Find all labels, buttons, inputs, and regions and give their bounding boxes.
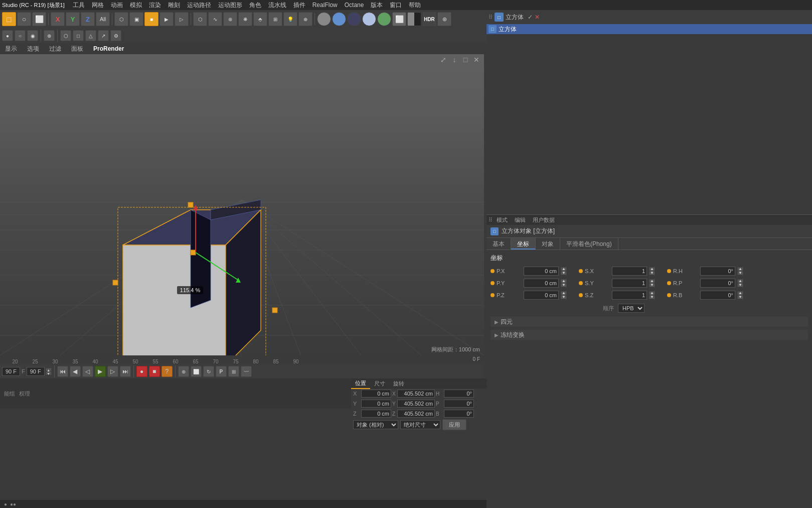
prop-px-value[interactable]	[524, 267, 559, 276]
tab-size[interactable]: 尺寸	[370, 379, 389, 389]
menu-sculpt[interactable]: 雕刻	[165, 1, 183, 10]
prop-pz-spinner[interactable]: ▲ ▼	[561, 291, 567, 299]
transform-z-rot[interactable]	[444, 410, 474, 418]
btn-motion-p[interactable]: P	[216, 366, 227, 377]
tool-render-to[interactable]: ▷	[175, 12, 189, 26]
menu-pipeline[interactable]: 流水线	[265, 1, 289, 10]
menu-render[interactable]: 渲染	[146, 1, 164, 10]
timeline-bar[interactable]: 20 25 30 35 40 45 50 55 60 65 70 75 80 8…	[0, 355, 484, 364]
tab-position[interactable]: 位置	[351, 378, 370, 389]
tool-small-tri[interactable]: △	[85, 30, 96, 41]
tool-small-3[interactable]: ◉	[27, 30, 38, 41]
object-hierarchy[interactable]: □ 立方体	[486, 24, 812, 215]
sequence-dropdown[interactable]: HPB	[618, 304, 644, 313]
btn-play-backward[interactable]: ◁	[82, 366, 93, 377]
tool-x-axis[interactable]: X	[51, 12, 65, 26]
tool-camera-front[interactable]: ▣	[129, 12, 143, 26]
prop-sz-value[interactable]	[612, 291, 647, 300]
tool-small-square[interactable]: □	[73, 30, 84, 41]
menu-mesh[interactable]: 网格	[89, 1, 107, 10]
tool-render-sphere-light[interactable]	[362, 12, 376, 26]
transform-x-rot[interactable]	[444, 390, 474, 398]
prop-rh-value[interactable]	[700, 267, 735, 276]
btn-motion-3[interactable]: ↻	[203, 366, 214, 377]
prop-py-value[interactable]	[524, 279, 559, 288]
prop-rp-value[interactable]	[700, 279, 735, 288]
transform-x-size[interactable]	[397, 390, 435, 398]
viewport-down-icon[interactable]: ↓	[450, 55, 459, 64]
transform-z-pos[interactable]	[361, 410, 391, 418]
menu-motiongraph[interactable]: 运动图形	[215, 1, 245, 10]
tool-render-sphere-blue[interactable]	[332, 12, 346, 26]
prop-rp-spinner[interactable]: ▲ ▼	[737, 279, 743, 287]
menu-tab-options[interactable]: 选项	[25, 44, 41, 54]
btn-record[interactable]: ●	[136, 366, 147, 377]
freeze-header[interactable]: ▶ 冻结变换	[491, 330, 808, 340]
menu-simulate[interactable]: 模拟	[127, 1, 145, 10]
btn-prev-frame[interactable]: ◀	[70, 366, 81, 377]
menu-tab-filter[interactable]: 过滤	[47, 44, 63, 54]
tool-render-extra[interactable]: ⊛	[437, 12, 451, 26]
viewport-close-icon[interactable]: ✕	[472, 55, 481, 64]
viewport-maximize-icon[interactable]: □	[461, 55, 470, 64]
btn-motion-2[interactable]: ⬜	[191, 366, 202, 377]
tool-render-preview[interactable]: ■	[144, 12, 158, 26]
transform-mode-dropdown[interactable]: 对象 (相对)	[353, 420, 398, 429]
btn-keyframe[interactable]: ?	[161, 366, 173, 377]
mode-tab-edit[interactable]: 编辑	[512, 215, 529, 225]
menu-octane[interactable]: Octane	[342, 2, 367, 9]
mode-tab-mode[interactable]: 模式	[494, 215, 511, 225]
tool-z-axis[interactable]: Z	[81, 12, 95, 26]
transform-coord-dropdown[interactable]: 绝对尺寸	[400, 420, 440, 429]
prop-rh-spinner[interactable]: ▲ ▼	[737, 267, 743, 275]
frame-spinners[interactable]: ▲ ▼	[46, 368, 52, 375]
transform-apply-button[interactable]: 应用	[442, 419, 466, 430]
prop-sx-spinner[interactable]: ▲ ▼	[649, 267, 655, 275]
tool-create-polygon[interactable]: ⬡	[193, 12, 207, 26]
tool-camera-perspective[interactable]: ⬡	[114, 12, 128, 26]
mode-tab-userdata[interactable]: 用户数据	[530, 215, 558, 225]
transform-y-rot[interactable]	[444, 400, 474, 408]
prop-py-spinner[interactable]: ▲ ▼	[561, 279, 567, 287]
btn-next-frame[interactable]: ▷	[107, 366, 118, 377]
prop-tab-basic[interactable]: 基本	[486, 238, 511, 249]
frame-current-input[interactable]	[27, 367, 45, 376]
prop-sx-value[interactable]	[612, 267, 647, 276]
tool-small-globe[interactable]: ⊕	[44, 30, 55, 41]
tool-small-gear[interactable]: ⚙	[110, 30, 121, 41]
menu-animate[interactable]: 动画	[108, 1, 126, 10]
prop-tab-phong[interactable]: 平滑着色(Phong)	[560, 238, 618, 249]
tool-render-square[interactable]: ⬜	[392, 12, 406, 26]
tool-render-sphere-grey[interactable]	[317, 12, 331, 26]
tool-deformer[interactable]: ⊕	[298, 12, 312, 26]
menu-tool[interactable]: 工具	[70, 1, 88, 10]
obj-item-cube[interactable]: □ 立方体	[486, 24, 812, 34]
tool-select[interactable]: ⬘	[253, 12, 267, 26]
transform-z-size[interactable]	[397, 410, 435, 418]
tool-render-sphere-green[interactable]	[377, 12, 391, 26]
tool-small-pentagon[interactable]: ⬡	[60, 30, 71, 41]
prop-px-spinner[interactable]: ▲ ▼	[561, 267, 567, 275]
viewport-arrows-icon[interactable]: ⤢	[439, 55, 448, 64]
prop-tab-object[interactable]: 对象	[536, 238, 560, 249]
menu-help[interactable]: 帮助	[406, 1, 424, 10]
tool-lights[interactable]: 💡	[283, 12, 297, 26]
tool-create-nurbs[interactable]: ⊛	[223, 12, 237, 26]
prop-sz-spinner[interactable]: ▲ ▼	[649, 291, 655, 299]
btn-motion-curve[interactable]: 〰	[241, 366, 252, 377]
transform-x-pos[interactable]	[361, 390, 391, 398]
btn-motion-1[interactable]: ⊕	[178, 366, 189, 377]
menu-version[interactable]: 版本	[368, 1, 386, 10]
tool-small-2[interactable]: ○	[15, 30, 26, 41]
btn-play-forward[interactable]: ▶	[95, 366, 106, 377]
menu-tab-display[interactable]: 显示	[3, 44, 19, 54]
check-icon[interactable]: ✓	[528, 14, 533, 21]
tool-small-arrow[interactable]: ↗	[98, 30, 109, 41]
tool-edge-mode[interactable]: ⬜	[32, 12, 46, 26]
btn-go-end[interactable]: ⏭	[120, 366, 131, 377]
transform-y-pos[interactable]	[361, 400, 391, 408]
tool-create-object[interactable]: ❋	[238, 12, 252, 26]
tool-all-axes[interactable]: All	[96, 12, 110, 26]
tool-hdr[interactable]: HDR	[422, 12, 436, 26]
tool-subdivide[interactable]: ⊞	[268, 12, 282, 26]
